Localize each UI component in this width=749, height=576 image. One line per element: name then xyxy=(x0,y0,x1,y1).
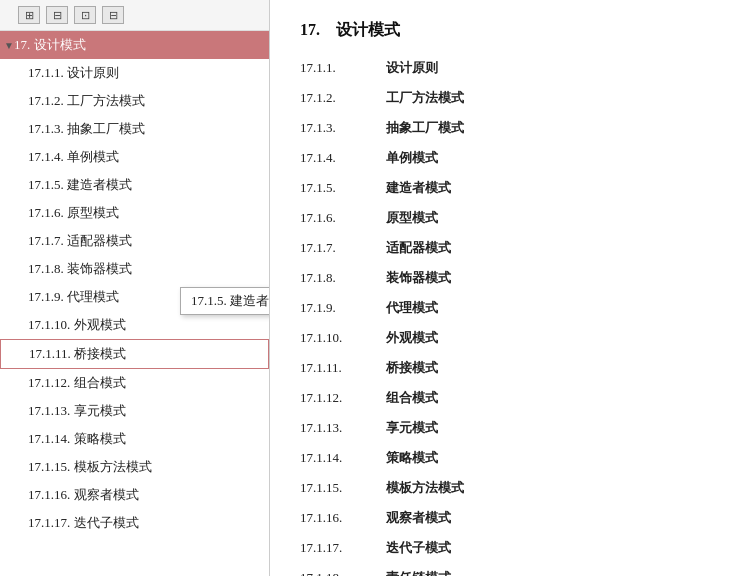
toc-item[interactable]: 17.1.4. 单例模式 xyxy=(0,143,269,171)
doc-entry-text[interactable]: 享元模式 xyxy=(386,419,438,437)
doc-entry-text[interactable]: 观察者模式 xyxy=(386,509,451,527)
toc-item[interactable]: 17.1.14. 策略模式 xyxy=(0,425,269,453)
doc-entry: 17.1.3.抽象工厂模式 xyxy=(300,119,719,137)
toc-item[interactable]: 17.1.9. 代理模式 xyxy=(0,283,269,311)
doc-entry-num: 17.1.1. xyxy=(300,60,380,76)
toc-item[interactable]: 17.1.10. 外观模式 xyxy=(0,311,269,339)
expand-arrow-icon: ▼ xyxy=(4,40,14,51)
doc-entry-num: 17.1.11. xyxy=(300,360,380,376)
doc-entry-num: 17.1.10. xyxy=(300,330,380,346)
doc-entry-text[interactable]: 建造者模式 xyxy=(386,179,451,197)
doc-entry-text[interactable]: 桥接模式 xyxy=(386,359,438,377)
toc-item[interactable]: 17.1.13. 享元模式 xyxy=(0,397,269,425)
toc-item[interactable]: 17.1.7. 适配器模式 xyxy=(0,227,269,255)
doc-entry: 17.1.13.享元模式 xyxy=(300,419,719,437)
toolbar: ⊞ ⊟ ⊡ ⊟ xyxy=(0,0,269,31)
doc-entry-text[interactable]: 单例模式 xyxy=(386,149,438,167)
doc-entry-text[interactable]: 模板方法模式 xyxy=(386,479,464,497)
doc-entry-num: 17.1.16. xyxy=(300,510,380,526)
doc-entry-num: 17.1.14. xyxy=(300,450,380,466)
doc-entry: 17.1.8.装饰器模式 xyxy=(300,269,719,287)
doc-entry-text[interactable]: 工厂方法模式 xyxy=(386,89,464,107)
toc-item[interactable]: ▼17. 设计模式 xyxy=(0,31,269,59)
doc-entry-num: 17.1.13. xyxy=(300,420,380,436)
doc-entry-text[interactable]: 迭代子模式 xyxy=(386,539,451,557)
toc-container: ▼17. 设计模式17.1.1. 设计原则17.1.2. 工厂方法模式17.1.… xyxy=(0,31,269,576)
doc-entry: 17.1.12.组合模式 xyxy=(300,389,719,407)
doc-entry: 17.1.5.建造者模式 xyxy=(300,179,719,197)
doc-entry-text[interactable]: 适配器模式 xyxy=(386,239,451,257)
doc-entry: 17.1.16.观察者模式 xyxy=(300,509,719,527)
right-panel: 17. 设计模式 17.1.1.设计原则17.1.2.工厂方法模式17.1.3.… xyxy=(270,0,749,576)
doc-entry-num: 17.1.6. xyxy=(300,210,380,226)
doc-entry-text[interactable]: 组合模式 xyxy=(386,389,438,407)
doc-entry-text[interactable]: 抽象工厂模式 xyxy=(386,119,464,137)
doc-entry-num: 17.1.7. xyxy=(300,240,380,256)
toc-item[interactable]: 17.1.11. 桥接模式 xyxy=(0,339,269,369)
doc-entries: 17.1.1.设计原则17.1.2.工厂方法模式17.1.3.抽象工厂模式17.… xyxy=(300,59,719,576)
doc-entry-num: 17.1.12. xyxy=(300,390,380,406)
doc-entry: 17.1.11.桥接模式 xyxy=(300,359,719,377)
doc-title-text: 设计模式 xyxy=(336,21,400,38)
doc-entry-text[interactable]: 装饰器模式 xyxy=(386,269,451,287)
toc-item[interactable]: 17.1.15. 模板方法模式 xyxy=(0,453,269,481)
toolbar-btn-3[interactable]: ⊡ xyxy=(74,6,96,24)
toc-item[interactable]: 17.1.5. 建造者模式 xyxy=(0,171,269,199)
doc-entry-num: 17.1.5. xyxy=(300,180,380,196)
doc-entry: 17.1.1.设计原则 xyxy=(300,59,719,77)
doc-entry-text[interactable]: 代理模式 xyxy=(386,299,438,317)
doc-entry-num: 17.1.3. xyxy=(300,120,380,136)
doc-entry: 17.1.15.模板方法模式 xyxy=(300,479,719,497)
doc-entry: 17.1.18.责任链模式 xyxy=(300,569,719,576)
doc-entry: 17.1.9.代理模式 xyxy=(300,299,719,317)
doc-entry-text[interactable]: 外观模式 xyxy=(386,329,438,347)
doc-title: 17. 设计模式 xyxy=(300,20,719,41)
doc-entry-text[interactable]: 责任链模式 xyxy=(386,569,451,576)
toolbar-btn-4[interactable]: ⊟ xyxy=(102,6,124,24)
doc-entry-text[interactable]: 策略模式 xyxy=(386,449,438,467)
doc-entry-num: 17.1.8. xyxy=(300,270,380,286)
toc-item[interactable]: 17.1.2. 工厂方法模式 xyxy=(0,87,269,115)
doc-entry-text[interactable]: 原型模式 xyxy=(386,209,438,227)
doc-entry-text[interactable]: 设计原则 xyxy=(386,59,438,77)
toc-item[interactable]: 17.1.17. 迭代子模式 xyxy=(0,509,269,537)
doc-entry-num: 17.1.15. xyxy=(300,480,380,496)
toc-item[interactable]: 17.1.12. 组合模式 xyxy=(0,369,269,397)
doc-entry: 17.1.14.策略模式 xyxy=(300,449,719,467)
doc-entry-num: 17.1.17. xyxy=(300,540,380,556)
toolbar-btn-1[interactable]: ⊞ xyxy=(18,6,40,24)
doc-entry: 17.1.4.单例模式 xyxy=(300,149,719,167)
doc-title-num: 17. xyxy=(300,21,320,38)
doc-entry-num: 17.1.18. xyxy=(300,570,380,576)
doc-entry-num: 17.1.4. xyxy=(300,150,380,166)
doc-entry-num: 17.1.9. xyxy=(300,300,380,316)
toc-item[interactable]: 17.1.3. 抽象工厂模式 xyxy=(0,115,269,143)
doc-entry: 17.1.2.工厂方法模式 xyxy=(300,89,719,107)
toolbar-btn-2[interactable]: ⊟ xyxy=(46,6,68,24)
toc-item[interactable]: 17.1.1. 设计原则 xyxy=(0,59,269,87)
doc-entry: 17.1.6.原型模式 xyxy=(300,209,719,227)
left-panel: ⊞ ⊟ ⊡ ⊟ ▼17. 设计模式17.1.1. 设计原则17.1.2. 工厂方… xyxy=(0,0,270,576)
toc-item[interactable]: 17.1.16. 观察者模式 xyxy=(0,481,269,509)
toc-item[interactable]: 17.1.8. 装饰器模式 xyxy=(0,255,269,283)
doc-entry: 17.1.7.适配器模式 xyxy=(300,239,719,257)
doc-entry: 17.1.17.迭代子模式 xyxy=(300,539,719,557)
doc-entry-num: 17.1.2. xyxy=(300,90,380,106)
doc-entry: 17.1.10.外观模式 xyxy=(300,329,719,347)
toc-item[interactable]: 17.1.6. 原型模式 xyxy=(0,199,269,227)
